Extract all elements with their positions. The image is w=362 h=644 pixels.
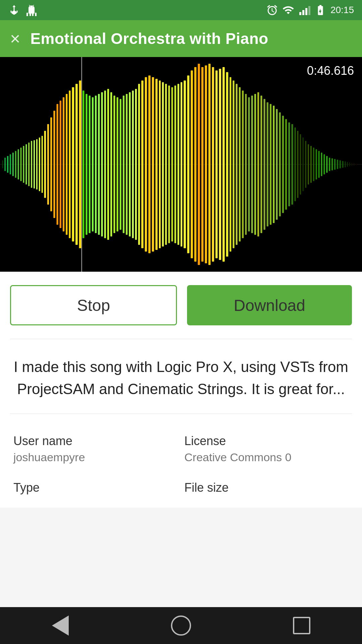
meta-type-label: Type <box>13 481 178 495</box>
svg-rect-50 <box>132 91 134 238</box>
svg-rect-11 <box>15 151 16 178</box>
svg-rect-114 <box>331 158 333 170</box>
svg-rect-100 <box>294 127 296 201</box>
svg-rect-124 <box>356 163 357 165</box>
svg-rect-18 <box>34 140 35 189</box>
svg-rect-98 <box>288 122 290 206</box>
svg-rect-70 <box>198 64 200 265</box>
svg-rect-123 <box>354 163 355 166</box>
svg-rect-94 <box>276 109 278 220</box>
svg-rect-58 <box>159 80 161 248</box>
stop-button[interactable]: Stop <box>10 285 177 325</box>
status-icons-left <box>8 4 38 16</box>
svg-rect-3 <box>308 6 310 15</box>
svg-rect-95 <box>279 112 281 216</box>
svg-rect-29 <box>66 94 67 235</box>
svg-rect-47 <box>123 96 124 233</box>
svg-rect-12 <box>18 149 19 179</box>
svg-rect-73 <box>208 64 211 265</box>
svg-rect-120 <box>347 162 348 167</box>
back-nav-button[interactable] <box>47 612 74 639</box>
metadata-grid: User name joshuaempyre License Creative … <box>0 414 362 507</box>
svg-rect-110 <box>321 153 322 176</box>
svg-rect-36 <box>89 96 90 233</box>
svg-rect-82 <box>239 87 241 241</box>
svg-rect-117 <box>340 160 341 168</box>
waveform-display[interactable]: 0:46.616 <box>0 57 362 272</box>
download-button[interactable]: Download <box>187 285 352 325</box>
svg-rect-54 <box>145 77 147 252</box>
svg-rect-28 <box>63 97 64 231</box>
svg-rect-85 <box>248 97 250 231</box>
svg-rect-43 <box>110 92 112 236</box>
signal-icon <box>298 4 310 16</box>
android-icon <box>25 4 38 16</box>
recents-nav-button[interactable] <box>288 612 315 639</box>
playback-time: 0:46.616 <box>307 64 354 78</box>
svg-rect-13 <box>20 148 22 181</box>
svg-rect-119 <box>345 161 346 167</box>
battery-icon <box>314 4 326 16</box>
svg-rect-38 <box>95 96 97 233</box>
meta-username-label: User name <box>13 434 178 448</box>
svg-rect-90 <box>263 99 265 230</box>
svg-rect-115 <box>334 159 336 170</box>
svg-rect-46 <box>120 99 121 230</box>
svg-rect-77 <box>223 67 225 262</box>
back-icon <box>52 615 69 636</box>
meta-filesize-label: File size <box>184 481 349 495</box>
wifi-icon <box>282 4 294 16</box>
svg-rect-107 <box>313 148 314 181</box>
song-title: Emotional Orchestra with Piano <box>30 30 268 48</box>
svg-rect-65 <box>181 82 182 247</box>
svg-rect-45 <box>117 97 118 231</box>
svg-rect-48 <box>126 94 127 235</box>
svg-rect-92 <box>270 104 272 225</box>
svg-rect-121 <box>349 162 350 166</box>
svg-rect-19 <box>36 139 38 190</box>
svg-rect-87 <box>254 94 256 235</box>
time-display: 20:15 <box>330 5 354 15</box>
svg-rect-49 <box>129 92 131 236</box>
svg-rect-104 <box>305 141 306 188</box>
svg-rect-103 <box>302 138 304 191</box>
svg-rect-30 <box>69 91 70 238</box>
svg-rect-22 <box>44 131 46 198</box>
svg-rect-17 <box>31 141 32 188</box>
svg-rect-37 <box>92 97 94 231</box>
svg-rect-27 <box>60 101 61 228</box>
svg-rect-68 <box>191 70 193 258</box>
meta-username: User name joshuaempyre <box>10 427 181 474</box>
meta-license: License Creative Commons 0 <box>181 427 352 474</box>
svg-rect-67 <box>187 75 189 253</box>
svg-rect-33 <box>79 80 81 248</box>
svg-rect-2 <box>305 8 307 15</box>
recents-icon <box>293 617 310 634</box>
svg-rect-79 <box>230 77 231 252</box>
song-description: I made this song with Logic Pro X, using… <box>0 339 362 414</box>
svg-rect-91 <box>267 102 268 226</box>
svg-rect-83 <box>242 91 244 238</box>
action-buttons: Stop Download <box>0 272 362 339</box>
svg-rect-51 <box>135 89 137 240</box>
svg-rect-122 <box>351 163 352 166</box>
svg-rect-96 <box>282 116 284 213</box>
svg-rect-59 <box>162 82 164 247</box>
svg-rect-101 <box>297 131 298 198</box>
svg-rect-14 <box>23 146 24 183</box>
svg-rect-89 <box>260 96 262 233</box>
home-nav-button[interactable] <box>168 612 194 639</box>
svg-rect-78 <box>226 72 228 257</box>
svg-rect-71 <box>201 67 204 262</box>
content-area: Stop Download I made this song with Logi… <box>0 272 362 507</box>
waveform-svg <box>0 57 362 272</box>
status-bar: 20:15 <box>0 0 362 20</box>
svg-rect-10 <box>12 153 14 176</box>
meta-filesize: File size <box>181 474 352 507</box>
svg-rect-76 <box>219 69 221 260</box>
svg-rect-60 <box>165 84 167 245</box>
svg-rect-108 <box>316 149 317 179</box>
svg-rect-7 <box>4 158 6 171</box>
close-button[interactable]: × <box>10 30 20 47</box>
svg-rect-97 <box>285 119 287 210</box>
